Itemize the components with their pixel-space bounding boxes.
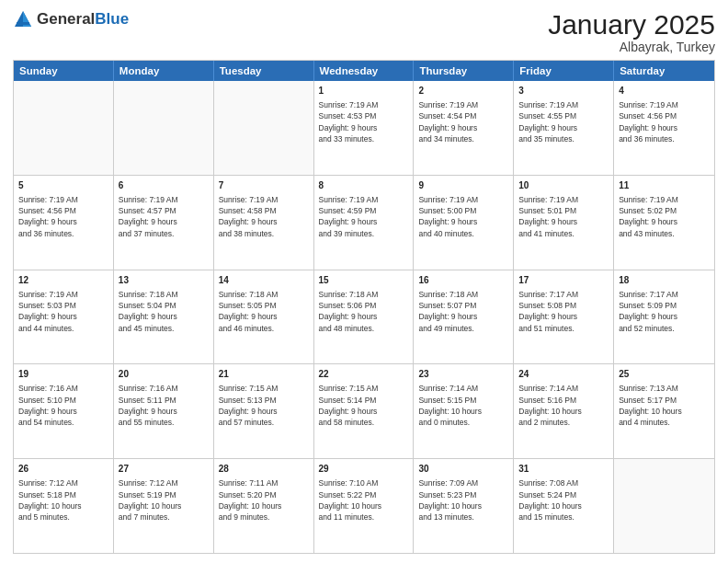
cal-day-9: 9Sunrise: 7:19 AMSunset: 5:00 PMDaylight… — [414, 176, 514, 270]
day-number-21: 21 — [219, 368, 309, 381]
cal-day-4: 4Sunrise: 7:19 AMSunset: 4:56 PMDaylight… — [614, 81, 714, 175]
day-number-14: 14 — [219, 274, 309, 287]
cal-header-monday: Monday — [114, 61, 214, 81]
cal-day-25: 25Sunrise: 7:13 AMSunset: 5:17 PMDayligh… — [614, 364, 714, 458]
day-number-18: 18 — [619, 274, 710, 287]
cal-day-10: 10Sunrise: 7:19 AMSunset: 5:01 PMDayligh… — [514, 176, 614, 270]
day-number-6: 6 — [119, 179, 209, 192]
cal-day-26: 26Sunrise: 7:12 AMSunset: 5:18 PMDayligh… — [14, 459, 114, 553]
cal-day-6: 6Sunrise: 7:19 AMSunset: 4:57 PMDaylight… — [114, 176, 214, 270]
day-number-26: 26 — [18, 463, 108, 476]
day-number-28: 28 — [219, 463, 309, 476]
cal-day-20: 20Sunrise: 7:16 AMSunset: 5:11 PMDayligh… — [114, 364, 214, 458]
cal-header-tuesday: Tuesday — [214, 61, 314, 81]
cal-header-saturday: Saturday — [614, 61, 714, 81]
cal-header-friday: Friday — [514, 61, 614, 81]
day-number-12: 12 — [18, 274, 108, 287]
day-info-17: Sunrise: 7:17 AMSunset: 5:08 PMDaylight:… — [518, 289, 609, 334]
cal-day-empty — [114, 81, 214, 175]
day-number-2: 2 — [418, 85, 508, 98]
cal-day-31: 31Sunrise: 7:08 AMSunset: 5:24 PMDayligh… — [514, 459, 614, 553]
day-number-29: 29 — [319, 463, 409, 476]
day-info-14: Sunrise: 7:18 AMSunset: 5:05 PMDaylight:… — [219, 289, 309, 334]
calendar-body: 1Sunrise: 7:19 AMSunset: 4:53 PMDaylight… — [14, 81, 714, 553]
day-info-18: Sunrise: 7:17 AMSunset: 5:09 PMDaylight:… — [619, 289, 710, 334]
day-info-21: Sunrise: 7:15 AMSunset: 5:13 PMDaylight:… — [219, 383, 309, 428]
day-number-15: 15 — [319, 274, 409, 287]
day-info-16: Sunrise: 7:18 AMSunset: 5:07 PMDaylight:… — [418, 289, 508, 334]
day-info-9: Sunrise: 7:19 AMSunset: 5:00 PMDaylight:… — [418, 194, 508, 239]
day-number-4: 4 — [619, 85, 710, 98]
logo-blue: Blue — [95, 10, 129, 28]
day-info-29: Sunrise: 7:10 AMSunset: 5:22 PMDaylight:… — [319, 477, 409, 523]
cal-header-wednesday: Wednesday — [314, 61, 415, 81]
cal-day-27: 27Sunrise: 7:12 AMSunset: 5:19 PMDayligh… — [114, 459, 214, 553]
day-info-31: Sunrise: 7:08 AMSunset: 5:24 PMDaylight:… — [518, 477, 609, 523]
day-number-1: 1 — [319, 85, 409, 98]
cal-day-22: 22Sunrise: 7:15 AMSunset: 5:14 PMDayligh… — [314, 364, 415, 458]
cal-week-3: 12Sunrise: 7:19 AMSunset: 5:03 PMDayligh… — [14, 270, 714, 365]
day-info-28: Sunrise: 7:11 AMSunset: 5:20 PMDaylight:… — [219, 477, 309, 523]
day-info-19: Sunrise: 7:16 AMSunset: 5:10 PMDaylight:… — [18, 383, 108, 428]
cal-day-empty — [14, 81, 114, 175]
cal-week-2: 5Sunrise: 7:19 AMSunset: 4:56 PMDaylight… — [14, 176, 714, 270]
cal-day-2: 2Sunrise: 7:19 AMSunset: 4:54 PMDaylight… — [414, 81, 514, 175]
day-number-25: 25 — [619, 368, 710, 381]
cal-day-12: 12Sunrise: 7:19 AMSunset: 5:03 PMDayligh… — [14, 270, 114, 364]
day-number-13: 13 — [119, 274, 209, 287]
cal-day-empty — [614, 459, 714, 553]
day-info-6: Sunrise: 7:19 AMSunset: 4:57 PMDaylight:… — [119, 194, 209, 239]
title-block: January 2025 Albayrak, Turkey — [548, 9, 715, 54]
day-number-5: 5 — [18, 179, 108, 192]
day-info-4: Sunrise: 7:19 AMSunset: 4:56 PMDaylight:… — [619, 99, 710, 144]
day-number-7: 7 — [219, 179, 309, 192]
day-number-16: 16 — [418, 274, 508, 287]
logo-general: General — [37, 10, 95, 28]
day-info-12: Sunrise: 7:19 AMSunset: 5:03 PMDaylight:… — [18, 289, 108, 334]
day-info-3: Sunrise: 7:19 AMSunset: 4:55 PMDaylight:… — [518, 99, 609, 144]
day-info-10: Sunrise: 7:19 AMSunset: 5:01 PMDaylight:… — [518, 194, 609, 239]
day-number-30: 30 — [418, 463, 508, 476]
day-info-2: Sunrise: 7:19 AMSunset: 4:54 PMDaylight:… — [418, 99, 508, 144]
day-info-25: Sunrise: 7:13 AMSunset: 5:17 PMDaylight:… — [619, 383, 710, 428]
day-number-24: 24 — [518, 368, 609, 381]
cal-day-24: 24Sunrise: 7:14 AMSunset: 5:16 PMDayligh… — [514, 364, 614, 458]
day-number-8: 8 — [319, 179, 409, 192]
cal-day-13: 13Sunrise: 7:18 AMSunset: 5:04 PMDayligh… — [114, 270, 214, 364]
cal-day-14: 14Sunrise: 7:18 AMSunset: 5:05 PMDayligh… — [214, 270, 314, 364]
cal-day-30: 30Sunrise: 7:09 AMSunset: 5:23 PMDayligh… — [414, 459, 514, 553]
day-number-20: 20 — [119, 368, 209, 381]
day-number-11: 11 — [619, 179, 710, 192]
cal-day-1: 1Sunrise: 7:19 AMSunset: 4:53 PMDaylight… — [314, 81, 415, 175]
day-info-30: Sunrise: 7:09 AMSunset: 5:23 PMDaylight:… — [418, 477, 508, 523]
day-number-9: 9 — [418, 179, 508, 192]
day-info-24: Sunrise: 7:14 AMSunset: 5:16 PMDaylight:… — [518, 383, 609, 428]
day-info-20: Sunrise: 7:16 AMSunset: 5:11 PMDaylight:… — [119, 383, 209, 428]
cal-day-16: 16Sunrise: 7:18 AMSunset: 5:07 PMDayligh… — [414, 270, 514, 364]
page: GeneralBlue January 2025 Albayrak, Turke… — [0, 0, 728, 563]
day-info-13: Sunrise: 7:18 AMSunset: 5:04 PMDaylight:… — [119, 289, 209, 334]
day-info-26: Sunrise: 7:12 AMSunset: 5:18 PMDaylight:… — [18, 477, 108, 523]
calendar: SundayMondayTuesdayWednesdayThursdayFrid… — [13, 60, 715, 554]
cal-day-3: 3Sunrise: 7:19 AMSunset: 4:55 PMDaylight… — [514, 81, 614, 175]
day-number-19: 19 — [18, 368, 108, 381]
day-info-11: Sunrise: 7:19 AMSunset: 5:02 PMDaylight:… — [619, 194, 710, 239]
cal-day-11: 11Sunrise: 7:19 AMSunset: 5:02 PMDayligh… — [614, 176, 714, 270]
day-info-5: Sunrise: 7:19 AMSunset: 4:56 PMDaylight:… — [18, 194, 108, 239]
day-number-22: 22 — [319, 368, 409, 381]
logo: GeneralBlue — [13, 9, 129, 29]
cal-day-28: 28Sunrise: 7:11 AMSunset: 5:20 PMDayligh… — [214, 459, 314, 553]
cal-day-21: 21Sunrise: 7:15 AMSunset: 5:13 PMDayligh… — [214, 364, 314, 458]
day-info-15: Sunrise: 7:18 AMSunset: 5:06 PMDaylight:… — [319, 289, 409, 334]
day-info-1: Sunrise: 7:19 AMSunset: 4:53 PMDaylight:… — [319, 99, 409, 144]
cal-day-18: 18Sunrise: 7:17 AMSunset: 5:09 PMDayligh… — [614, 270, 714, 364]
cal-header-sunday: Sunday — [14, 61, 114, 81]
svg-rect-2 — [17, 22, 29, 25]
day-number-3: 3 — [518, 85, 609, 98]
cal-day-19: 19Sunrise: 7:16 AMSunset: 5:10 PMDayligh… — [14, 364, 114, 458]
cal-header-thursday: Thursday — [414, 61, 514, 81]
cal-day-23: 23Sunrise: 7:14 AMSunset: 5:15 PMDayligh… — [414, 364, 514, 458]
cal-day-5: 5Sunrise: 7:19 AMSunset: 4:56 PMDaylight… — [14, 176, 114, 270]
day-info-22: Sunrise: 7:15 AMSunset: 5:14 PMDaylight:… — [319, 383, 409, 428]
cal-day-empty — [214, 81, 314, 175]
